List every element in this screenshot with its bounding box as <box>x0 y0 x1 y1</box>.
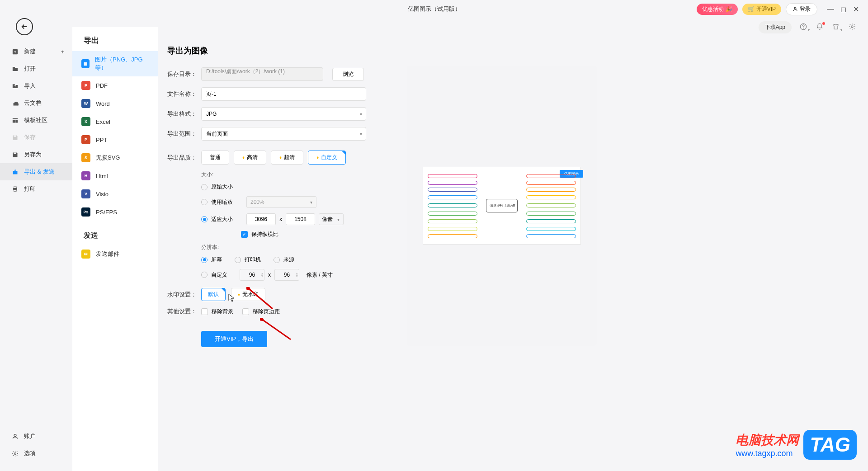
filename-label: 文件名称： <box>167 90 201 98</box>
gear-icon[interactable] <box>849 23 857 31</box>
size-fit-label: 适应大小 <box>211 216 243 223</box>
mindmap-center: 《骆驼祥子》主题内容 <box>486 199 518 212</box>
svg-point-14 <box>14 434 16 436</box>
watermark-overlay: 电脑技术网 www.tagxp.com TAG <box>736 430 857 460</box>
export-button[interactable]: 开通VIP，导出 <box>201 331 267 347</box>
export-icon <box>11 168 19 175</box>
browse-button[interactable]: 浏览 <box>332 68 364 81</box>
nav-print[interactable]: 打印 <box>0 180 72 198</box>
format-svg[interactable]: S 无损SVG <box>72 149 158 167</box>
bell-icon[interactable] <box>816 23 824 31</box>
width-input[interactable] <box>246 213 276 225</box>
maximize-icon[interactable]: ◻ <box>840 6 846 12</box>
filename-input[interactable] <box>201 87 366 101</box>
radio-scale[interactable] <box>201 199 208 205</box>
radio-screen[interactable] <box>201 257 208 263</box>
nav-new[interactable]: 新建 + <box>0 43 72 60</box>
keep-ratio-checkbox[interactable]: ✓ <box>241 231 248 238</box>
format-select[interactable]: JPG▾ <box>201 107 366 121</box>
download-app-button[interactable]: 下载App <box>759 21 792 33</box>
quality-normal[interactable]: 普通 <box>201 151 229 165</box>
format-label: Visio <box>96 191 108 198</box>
diamond-icon: ♦ <box>316 155 319 160</box>
svg-point-15 <box>14 452 16 454</box>
ps-icon: Ps <box>81 207 90 217</box>
format-ppt[interactable]: P PPT <box>72 131 158 149</box>
word-icon: W <box>81 99 90 108</box>
radio-printer[interactable] <box>235 257 241 263</box>
shirt-icon[interactable]: ▾ <box>832 23 840 31</box>
nav-label: 导入 <box>24 82 36 90</box>
login-button[interactable]: 登录 <box>786 3 817 15</box>
scale-select[interactable]: 200%▾ <box>246 196 316 208</box>
radio-fit[interactable] <box>201 216 208 222</box>
help-icon[interactable]: ▾ <box>800 23 808 31</box>
remove-bg-label: 移除背景 <box>212 308 233 316</box>
format-word[interactable]: W Word <box>72 94 158 113</box>
remove-margin-label: 移除页边距 <box>253 308 280 316</box>
nav-label: 导出 & 发送 <box>24 168 55 176</box>
back-button[interactable] <box>16 18 33 35</box>
radio-source[interactable] <box>274 257 280 263</box>
vip-badge[interactable]: 🛒 开通VIP <box>742 4 781 15</box>
mail-icon: ✉ <box>81 250 90 259</box>
visio-icon: V <box>81 189 90 198</box>
send-header: 发送 <box>72 221 158 245</box>
svg-rect-9 <box>14 152 16 154</box>
plus-icon[interactable]: + <box>61 48 64 55</box>
size-original-label: 原始大小 <box>211 183 233 191</box>
format-pdf[interactable]: P PDF <box>72 76 158 94</box>
wm-default[interactable]: 默认 <box>201 288 226 301</box>
svg-point-0 <box>794 7 796 9</box>
other-label: 其他设置： <box>167 307 201 316</box>
keep-ratio-label: 保持纵横比 <box>251 231 278 238</box>
remove-bg-checkbox[interactable] <box>201 308 208 315</box>
format-image[interactable]: ▦ 图片（PNG、JPG等） <box>72 51 158 76</box>
nav-label: 模板社区 <box>24 116 47 124</box>
export-header: 导出 <box>72 27 158 51</box>
save-as-icon <box>11 151 19 158</box>
quality-custom[interactable]: ♦自定义 <box>308 151 346 165</box>
app-title: 亿图图示（试用版） <box>408 5 461 13</box>
unit-select[interactable]: 像素▾ <box>319 213 344 225</box>
quality-hd[interactable]: ♦高清 <box>234 151 266 165</box>
format-visio[interactable]: V Visio <box>72 185 158 203</box>
minimize-icon[interactable]: — <box>827 6 834 12</box>
send-email[interactable]: ✉ 发送邮件 <box>72 245 158 263</box>
remove-margin-checkbox[interactable] <box>242 308 249 315</box>
format-label: PDF <box>96 82 108 89</box>
nav-label: 云文档 <box>24 99 42 107</box>
quality-label: 导出品质： <box>167 154 201 162</box>
chevron-down-icon: ▾ <box>360 112 362 117</box>
res-y-input[interactable]: 96▴▾ <box>274 269 299 281</box>
wm-none[interactable]: ♦无水印 <box>231 288 265 301</box>
multiply-label: x <box>279 216 282 222</box>
format-label: PS/EPS <box>96 209 117 216</box>
nav-import[interactable]: 导入 <box>0 77 72 94</box>
res-x-input[interactable]: 96▴▾ <box>240 269 264 281</box>
import-icon <box>11 82 19 89</box>
nav-account[interactable]: 账户 <box>0 428 72 445</box>
height-input[interactable] <box>286 213 315 225</box>
nav-options[interactable]: 选项 <box>0 445 72 462</box>
format-ps[interactable]: Ps PS/EPS <box>72 203 158 221</box>
format-html[interactable]: H Html <box>72 167 158 185</box>
nav-save-as[interactable]: 另存为 <box>0 146 72 163</box>
nav-open[interactable]: 打开 <box>0 60 72 77</box>
radio-original[interactable] <box>201 184 208 190</box>
nav-templates[interactable]: 模板社区 <box>0 112 72 129</box>
radio-res-custom[interactable] <box>201 272 208 278</box>
format-label: Excel <box>96 118 110 125</box>
save-dir-input: D:/tools/桌面/work（2）/work (1) <box>201 67 323 81</box>
promo-badge[interactable]: 优惠活动 🎉 <box>697 4 737 15</box>
nav-export-send[interactable]: 导出 & 发送 <box>0 163 72 180</box>
format-excel[interactable]: X Excel <box>72 113 158 131</box>
format-label: 图片（PNG、JPG等） <box>95 56 149 72</box>
diamond-icon: ♦ <box>279 155 282 160</box>
quality-uhd[interactable]: ♦超清 <box>271 151 303 165</box>
close-icon[interactable]: ✕ <box>853 6 859 12</box>
nav-cloud[interactable]: 云文档 <box>0 94 72 112</box>
range-select[interactable]: 当前页面▾ <box>201 127 366 141</box>
cursor-icon <box>228 294 235 302</box>
nav-label: 选项 <box>24 449 36 457</box>
